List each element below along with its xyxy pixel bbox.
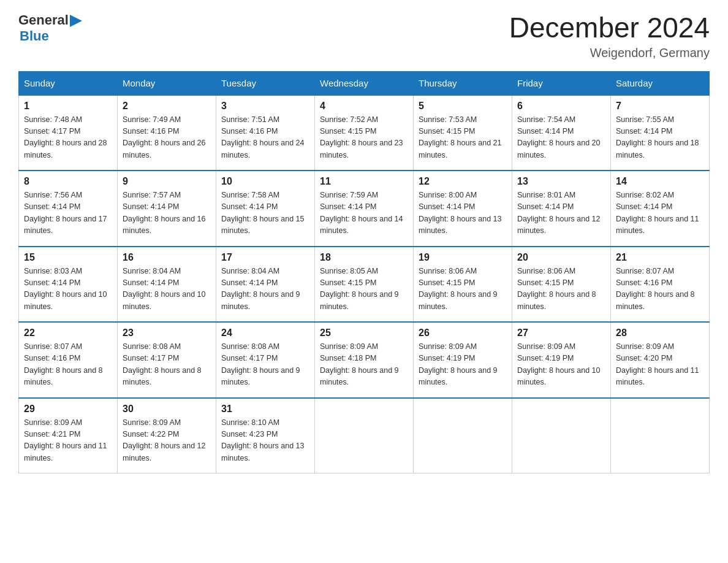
day-number: 27 [517,327,605,339]
day-info: Sunrise: 8:00 AMSunset: 4:14 PMDaylight:… [419,190,507,237]
day-info: Sunrise: 8:09 AMSunset: 4:20 PMDaylight:… [616,341,704,389]
day-number: 9 [123,176,211,187]
day-info: Sunrise: 8:07 AMSunset: 4:16 PMDaylight:… [616,266,704,313]
day-cell: 3 Sunrise: 7:51 AMSunset: 4:16 PMDayligh… [216,95,315,171]
day-info: Sunrise: 8:03 AMSunset: 4:14 PMDaylight:… [24,266,112,313]
day-cell: 13 Sunrise: 8:01 AMSunset: 4:14 PMDaylig… [512,170,611,247]
day-info: Sunrise: 7:54 AMSunset: 4:14 PMDaylight:… [517,114,605,162]
week-row-3: 15 Sunrise: 8:03 AMSunset: 4:14 PMDaylig… [19,247,710,323]
day-number: 26 [419,327,507,339]
logo: General Blue [18,12,82,44]
day-number: 16 [123,252,211,263]
day-cell: 8 Sunrise: 7:56 AMSunset: 4:14 PMDayligh… [19,170,118,247]
day-number: 14 [616,176,704,187]
day-info: Sunrise: 7:51 AMSunset: 4:16 PMDaylight:… [221,114,309,162]
day-info: Sunrise: 7:52 AMSunset: 4:15 PMDaylight:… [320,114,408,162]
week-row-4: 22 Sunrise: 8:07 AMSunset: 4:16 PMDaylig… [19,322,710,398]
day-number: 21 [616,252,704,263]
header-cell-wednesday: Wednesday [315,71,414,95]
day-cell: 17 Sunrise: 8:04 AMSunset: 4:14 PMDaylig… [216,247,315,323]
day-info: Sunrise: 8:07 AMSunset: 4:16 PMDaylight:… [24,341,112,389]
calendar-header: SundayMondayTuesdayWednesdayThursdayFrid… [19,71,710,95]
day-info: Sunrise: 8:08 AMSunset: 4:17 PMDaylight:… [221,341,309,389]
day-cell: 27 Sunrise: 8:09 AMSunset: 4:19 PMDaylig… [512,322,611,398]
day-cell: 18 Sunrise: 8:05 AMSunset: 4:15 PMDaylig… [315,247,414,323]
day-number: 17 [221,252,309,263]
day-cell [315,398,414,473]
day-number: 30 [123,404,211,415]
day-cell: 11 Sunrise: 7:59 AMSunset: 4:14 PMDaylig… [315,170,414,247]
day-info: Sunrise: 8:09 AMSunset: 4:18 PMDaylight:… [320,341,408,389]
day-cell: 9 Sunrise: 7:57 AMSunset: 4:14 PMDayligh… [118,170,216,247]
title-area: December 2024 Weigendorf, Germany [509,12,710,60]
day-cell: 2 Sunrise: 7:49 AMSunset: 4:16 PMDayligh… [118,95,216,171]
day-info: Sunrise: 7:49 AMSunset: 4:16 PMDaylight:… [123,114,211,162]
day-cell: 5 Sunrise: 7:53 AMSunset: 4:15 PMDayligh… [414,95,512,171]
day-number: 11 [320,176,408,187]
day-cell: 1 Sunrise: 7:48 AMSunset: 4:17 PMDayligh… [19,95,118,171]
day-cell: 4 Sunrise: 7:52 AMSunset: 4:15 PMDayligh… [315,95,414,171]
day-info: Sunrise: 7:58 AMSunset: 4:14 PMDaylight:… [221,190,309,237]
day-cell: 15 Sunrise: 8:03 AMSunset: 4:14 PMDaylig… [19,247,118,323]
day-number: 5 [419,101,507,112]
day-info: Sunrise: 8:09 AMSunset: 4:19 PMDaylight:… [419,341,507,389]
header-cell-sunday: Sunday [19,71,118,95]
day-cell [512,398,611,473]
day-number: 19 [419,252,507,263]
day-info: Sunrise: 8:02 AMSunset: 4:14 PMDaylight:… [616,190,704,237]
header-cell-monday: Monday [118,71,216,95]
day-number: 6 [517,101,605,112]
day-number: 31 [221,404,309,415]
day-cell: 20 Sunrise: 8:06 AMSunset: 4:15 PMDaylig… [512,247,611,323]
day-cell: 25 Sunrise: 8:09 AMSunset: 4:18 PMDaylig… [315,322,414,398]
day-info: Sunrise: 8:06 AMSunset: 4:15 PMDaylight:… [517,266,605,313]
svg-marker-0 [70,15,82,27]
day-number: 28 [616,327,704,339]
day-cell: 7 Sunrise: 7:55 AMSunset: 4:14 PMDayligh… [611,95,710,171]
day-info: Sunrise: 8:04 AMSunset: 4:14 PMDaylight:… [123,266,211,313]
day-number: 25 [320,327,408,339]
day-number: 12 [419,176,507,187]
day-info: Sunrise: 8:09 AMSunset: 4:22 PMDaylight:… [123,417,211,465]
day-info: Sunrise: 8:08 AMSunset: 4:17 PMDaylight:… [123,341,211,389]
page-title: December 2024 [509,12,710,44]
day-info: Sunrise: 7:55 AMSunset: 4:14 PMDaylight:… [616,114,704,162]
day-number: 20 [517,252,605,263]
day-info: Sunrise: 8:09 AMSunset: 4:21 PMDaylight:… [24,417,112,465]
day-cell: 22 Sunrise: 8:07 AMSunset: 4:16 PMDaylig… [19,322,118,398]
header-cell-tuesday: Tuesday [216,71,315,95]
day-cell: 12 Sunrise: 8:00 AMSunset: 4:14 PMDaylig… [414,170,512,247]
day-cell: 28 Sunrise: 8:09 AMSunset: 4:20 PMDaylig… [611,322,710,398]
day-cell [414,398,512,473]
day-cell: 31 Sunrise: 8:10 AMSunset: 4:23 PMDaylig… [216,398,315,473]
logo-general: General [18,12,69,28]
day-number: 4 [320,101,408,112]
day-info: Sunrise: 7:56 AMSunset: 4:14 PMDaylight:… [24,190,112,237]
day-cell: 29 Sunrise: 8:09 AMSunset: 4:21 PMDaylig… [19,398,118,473]
day-number: 3 [221,101,309,112]
week-row-1: 1 Sunrise: 7:48 AMSunset: 4:17 PMDayligh… [19,95,710,171]
day-number: 10 [221,176,309,187]
day-number: 15 [24,252,112,263]
day-cell: 24 Sunrise: 8:08 AMSunset: 4:17 PMDaylig… [216,322,315,398]
day-cell: 26 Sunrise: 8:09 AMSunset: 4:19 PMDaylig… [414,322,512,398]
day-info: Sunrise: 7:59 AMSunset: 4:14 PMDaylight:… [320,190,408,237]
day-info: Sunrise: 7:53 AMSunset: 4:15 PMDaylight:… [419,114,507,162]
day-cell: 10 Sunrise: 7:58 AMSunset: 4:14 PMDaylig… [216,170,315,247]
logo-blue: Blue [20,28,49,44]
day-number: 23 [123,327,211,339]
header-cell-saturday: Saturday [611,71,710,95]
day-cell: 6 Sunrise: 7:54 AMSunset: 4:14 PMDayligh… [512,95,611,171]
day-number: 8 [24,176,112,187]
day-number: 29 [24,404,112,415]
header-cell-friday: Friday [512,71,611,95]
day-info: Sunrise: 8:10 AMSunset: 4:23 PMDaylight:… [221,417,309,465]
day-number: 18 [320,252,408,263]
page-subtitle: Weigendorf, Germany [509,46,710,60]
day-cell: 30 Sunrise: 8:09 AMSunset: 4:22 PMDaylig… [118,398,216,473]
day-cell: 14 Sunrise: 8:02 AMSunset: 4:14 PMDaylig… [611,170,710,247]
day-number: 22 [24,327,112,339]
day-info: Sunrise: 7:48 AMSunset: 4:17 PMDaylight:… [24,114,112,162]
header-cell-thursday: Thursday [414,71,512,95]
header-row: SundayMondayTuesdayWednesdayThursdayFrid… [19,71,710,95]
